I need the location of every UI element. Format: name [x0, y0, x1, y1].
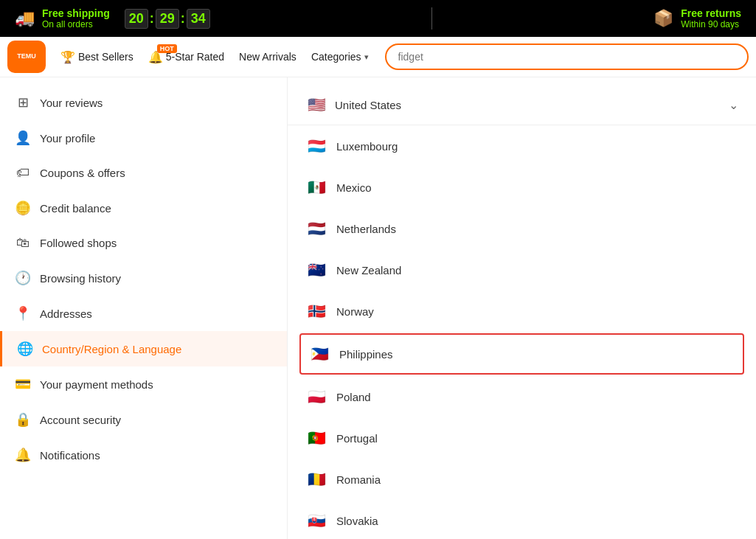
new-arrivals-label: New Arrivals — [239, 51, 296, 63]
current-country-left: 🇺🇸 United States — [305, 94, 401, 116]
country-dropdown: 🇺🇸 United States ⌄ 🇱🇺Luxembourg🇲🇽Mexico🇳… — [288, 77, 756, 539]
sidebar-label-addresses: Addresses — [40, 307, 92, 320]
returns-icon: 📦 — [653, 9, 673, 28]
portugal-label: Portugal — [336, 432, 378, 445]
mexico-flag: 🇲🇽 — [305, 176, 327, 198]
chevron-down-icon: ▾ — [364, 52, 369, 62]
sidebar-label-profile: Your profile — [40, 132, 95, 145]
netherlands-flag: 🇳🇱 — [305, 218, 327, 240]
free-returns-top: Free returns — [681, 7, 741, 19]
slovakia-flag: 🇸🇰 — [305, 510, 327, 532]
nav-five-star[interactable]: HOT 🔔 5-Star Rated — [144, 47, 229, 67]
sidebar-item-addresses[interactable]: 📍 Addresses — [0, 296, 287, 331]
sidebar-label-security: Account security — [40, 414, 121, 426]
us-flag: 🇺🇸 — [305, 94, 327, 116]
credit-icon: 🪙 — [15, 200, 31, 216]
sidebar-label-reviews: Your reviews — [40, 97, 103, 109]
sidebar-item-shops[interactable]: 🛍 Followed shops — [0, 226, 287, 260]
nav-new-arrivals[interactable]: New Arrivals — [235, 48, 301, 66]
norway-flag: 🇳🇴 — [305, 300, 327, 322]
free-shipping-top: Free shipping — [42, 7, 110, 19]
free-returns-bottom: Within 90 days — [681, 19, 741, 29]
truck-icon: 🚚 — [15, 9, 35, 28]
sidebar-item-history[interactable]: 🕐 Browsing history — [0, 260, 287, 296]
sidebar-label-payment: Your payment methods — [40, 378, 153, 391]
romania-flag: 🇷🇴 — [305, 468, 327, 490]
sidebar-item-credit[interactable]: 🪙 Credit balance — [0, 190, 287, 226]
timer-minutes: 29 — [156, 9, 179, 29]
country-row-new-zealand[interactable]: 🇳🇿New Zealand — [288, 249, 756, 291]
chevron-down-icon: ⌄ — [729, 98, 738, 112]
nav-bar: TEMU 🏆 Best Sellers HOT 🔔 5-Star Rated N… — [0, 37, 756, 77]
timer-sep-2: : — [181, 11, 185, 27]
country-row-luxembourg[interactable]: 🇱🇺Luxembourg — [288, 125, 756, 167]
sidebar-label-history: Browsing history — [40, 272, 121, 285]
best-sellers-icon: 🏆 — [60, 50, 75, 64]
sidebar-label-notifications: Notifications — [40, 449, 100, 462]
free-shipping-bottom: On all orders — [42, 19, 110, 29]
mexico-label: Mexico — [336, 181, 372, 194]
country-list: 🇱🇺Luxembourg🇲🇽Mexico🇳🇱Netherlands🇳🇿New Z… — [288, 125, 756, 539]
sidebar-label-credit: Credit balance — [40, 202, 111, 215]
portugal-flag: 🇵🇹 — [305, 427, 327, 449]
main-content: ⊞ Your reviews 👤 Your profile 🏷 Coupons … — [0, 77, 756, 539]
sidebar-label-shops: Followed shops — [40, 237, 117, 249]
sidebar-item-reviews[interactable]: ⊞ Your reviews — [0, 85, 287, 120]
luxembourg-label: Luxembourg — [336, 140, 398, 153]
notifications-icon: 🔔 — [15, 447, 31, 463]
shops-icon: 🛍 — [15, 235, 31, 251]
country-icon: 🌐 — [17, 341, 33, 357]
payment-icon: 💳 — [15, 376, 31, 392]
current-country-label: United States — [335, 99, 401, 111]
coupons-icon: 🏷 — [15, 165, 31, 181]
norway-label: Norway — [336, 305, 374, 318]
security-icon: 🔒 — [15, 411, 31, 428]
slovakia-label: Slovakia — [336, 515, 378, 527]
country-row-netherlands[interactable]: 🇳🇱Netherlands — [288, 208, 756, 249]
sidebar: ⊞ Your reviews 👤 Your profile 🏷 Coupons … — [0, 77, 288, 539]
poland-flag: 🇵🇱 — [305, 386, 327, 408]
categories-label: Categories — [311, 51, 361, 63]
sidebar-item-coupons[interactable]: 🏷 Coupons & offers — [0, 156, 287, 190]
hot-badge: HOT — [157, 44, 177, 53]
sidebar-item-payment[interactable]: 💳 Your payment methods — [0, 366, 287, 402]
current-country-row[interactable]: 🇺🇸 United States ⌄ — [288, 85, 756, 125]
profile-icon: 👤 — [15, 130, 31, 146]
philippines-label: Philippines — [339, 348, 393, 361]
timer-sep-1: : — [150, 11, 154, 27]
best-sellers-label: Best Sellers — [78, 51, 133, 63]
country-row-philippines[interactable]: 🇵🇭Philippines — [299, 333, 744, 375]
countdown-timer: 20 : 29 : 34 — [125, 9, 210, 29]
banner-divider — [431, 7, 432, 29]
nav-categories[interactable]: Categories ▾ — [307, 48, 373, 66]
philippines-flag: 🇵🇭 — [308, 343, 330, 365]
netherlands-label: Netherlands — [336, 223, 396, 235]
country-row-romania[interactable]: 🇷🇴Romania — [288, 459, 756, 500]
nav-best-sellers[interactable]: 🏆 Best Sellers — [56, 47, 138, 67]
timer-seconds: 34 — [187, 9, 210, 29]
sidebar-item-notifications[interactable]: 🔔 Notifications — [0, 437, 287, 473]
sidebar-label-country: Country/Region & Language — [42, 343, 181, 355]
sidebar-item-profile[interactable]: 👤 Your profile — [0, 120, 287, 156]
country-row-mexico[interactable]: 🇲🇽Mexico — [288, 167, 756, 208]
addresses-icon: 📍 — [15, 305, 31, 321]
luxembourg-flag: 🇱🇺 — [305, 135, 327, 157]
poland-label: Poland — [336, 391, 371, 403]
top-banner: 🚚 Free shipping On all orders 20 : 29 : … — [0, 0, 756, 37]
timer-hours: 20 — [125, 9, 148, 29]
new-zealand-label: New Zealand — [336, 264, 401, 277]
new-zealand-flag: 🇳🇿 — [305, 259, 327, 281]
reviews-icon: ⊞ — [15, 94, 31, 111]
sidebar-label-coupons: Coupons & offers — [40, 167, 125, 179]
romania-label: Romania — [336, 473, 381, 486]
sidebar-item-security[interactable]: 🔒 Account security — [0, 402, 287, 437]
country-row-norway[interactable]: 🇳🇴Norway — [288, 291, 756, 332]
country-row-slovakia[interactable]: 🇸🇰Slovakia — [288, 500, 756, 539]
country-row-portugal[interactable]: 🇵🇹Portugal — [288, 417, 756, 459]
history-icon: 🕐 — [15, 270, 31, 286]
sidebar-item-country[interactable]: 🌐 Country/Region & Language — [0, 331, 287, 366]
country-row-poland[interactable]: 🇵🇱Poland — [288, 376, 756, 417]
temu-logo[interactable]: TEMU — [7, 41, 46, 73]
search-input[interactable] — [385, 44, 749, 70]
